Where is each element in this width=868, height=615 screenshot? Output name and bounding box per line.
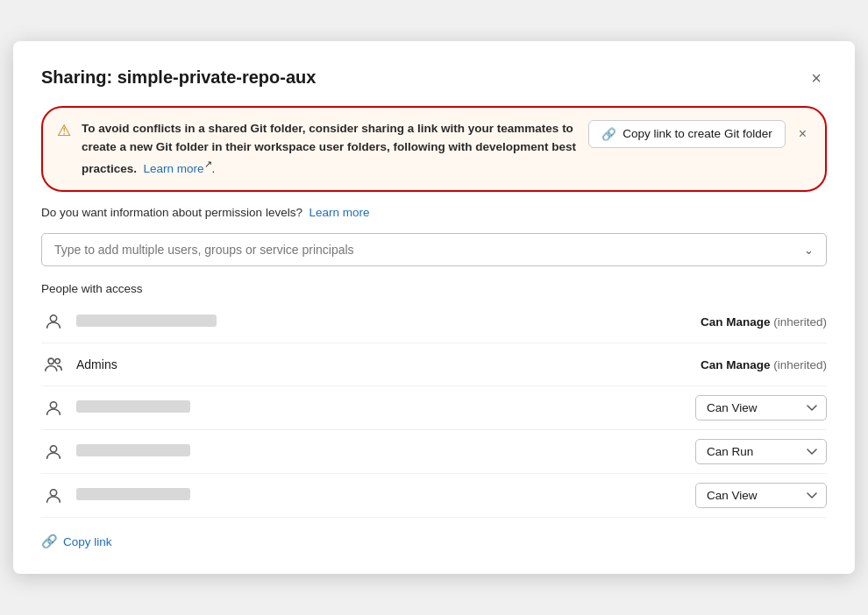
group-icon: [41, 352, 66, 377]
warning-icon: ⚠: [57, 121, 71, 140]
alert-message: To avoid conflicts in a shared Git folde…: [82, 120, 578, 178]
modal-header: Sharing: simple-private-repo-aux ×: [41, 66, 827, 90]
footer: 🔗 Copy link: [41, 518, 827, 549]
blurred-name: [76, 315, 217, 327]
table-row: Can View Can Run Can Edit Can Manage: [41, 386, 827, 430]
person-icon: [41, 309, 66, 334]
person-name: [76, 488, 685, 503]
link-icon: 🔗: [601, 127, 616, 141]
table-row: Admins Can Manage (inherited): [41, 343, 827, 386]
copy-link-button[interactable]: 🔗 Copy link: [41, 534, 112, 549]
alert-banner: ⚠ To avoid conflicts in a shared Git fol…: [41, 106, 827, 192]
sharing-modal: Sharing: simple-private-repo-aux × ⚠ To …: [13, 41, 855, 574]
info-line-text: Do you want information about permission…: [41, 206, 302, 219]
alert-learn-more-link[interactable]: Learn more: [144, 161, 204, 174]
alert-action-area: 🔗 Copy link to create Git folder ×: [588, 120, 811, 148]
alert-close-button[interactable]: ×: [794, 124, 811, 144]
user-search-box[interactable]: ⌄: [41, 233, 827, 266]
svg-point-0: [50, 315, 56, 322]
permission-learn-more-link[interactable]: Learn more: [309, 206, 369, 219]
person-name: [76, 315, 658, 329]
people-section-label: People with access: [41, 282, 827, 295]
svg-point-3: [50, 401, 56, 407]
svg-point-5: [50, 489, 56, 495]
permission-label: Can Manage (inherited): [669, 315, 827, 329]
blurred-name: [76, 444, 190, 456]
link-icon: 🔗: [41, 534, 58, 549]
permission-select[interactable]: Can View Can Run Can Edit Can Manage: [695, 395, 827, 421]
copy-git-link-label: Copy link to create Git folder: [623, 127, 772, 140]
modal-title: Sharing: simple-private-repo-aux: [41, 67, 316, 88]
chevron-down-icon: ⌄: [804, 244, 814, 257]
svg-point-4: [50, 445, 56, 451]
person-name: Admins: [76, 357, 658, 371]
person-name: [76, 400, 685, 415]
permission-select[interactable]: Can View Can Run Can Edit Can Manage: [695, 483, 827, 508]
blurred-name: [76, 488, 190, 500]
external-link-icon: ↗: [204, 159, 212, 169]
table-row: Can Manage (inherited): [41, 300, 827, 343]
svg-point-2: [55, 359, 60, 364]
permission-select[interactable]: Can View Can Run Can Edit Can Manage: [695, 439, 827, 464]
close-button[interactable]: ×: [806, 66, 827, 90]
person-icon: [41, 396, 66, 421]
permission-label: Can Manage (inherited): [669, 358, 827, 371]
person-icon: [41, 440, 66, 464]
person-name: [76, 444, 685, 459]
blurred-name: [76, 400, 190, 413]
table-row: Can View Can Run Can Edit Can Manage: [41, 430, 827, 474]
svg-point-1: [48, 358, 53, 364]
search-input[interactable]: [54, 243, 804, 257]
copy-link-label: Copy link: [63, 535, 112, 548]
copy-git-link-button[interactable]: 🔗 Copy link to create Git folder: [588, 120, 785, 148]
table-row: Can View Can Run Can Edit Can Manage: [41, 474, 827, 518]
person-outline-icon: [41, 484, 66, 508]
info-line: Do you want information about permission…: [41, 206, 827, 219]
